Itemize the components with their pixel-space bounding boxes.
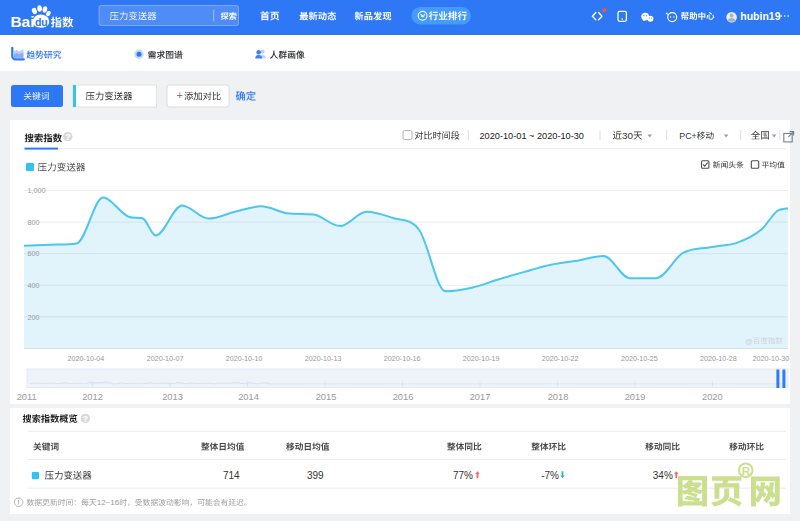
svg-text:2020-10-30: 2020-10-30 xyxy=(753,354,790,363)
svg-text:1,000: 1,000 xyxy=(28,186,46,195)
svg-text:200: 200 xyxy=(28,313,40,322)
svg-text:2018: 2018 xyxy=(548,392,569,402)
svg-text:?: ? xyxy=(83,414,88,424)
svg-text:12~16: 12~16 xyxy=(97,498,120,507)
svg-text:2020-10-22: 2020-10-22 xyxy=(542,354,579,363)
svg-text:2015: 2015 xyxy=(316,392,337,402)
svg-text:?: ? xyxy=(65,132,70,142)
svg-text:2020-10-07: 2020-10-07 xyxy=(147,354,184,363)
svg-text:2020: 2020 xyxy=(702,392,723,402)
svg-text:30: 30 xyxy=(622,130,633,141)
svg-text:2020-10-04: 2020-10-04 xyxy=(68,354,105,363)
svg-text:2013: 2013 xyxy=(162,392,183,402)
svg-text:600: 600 xyxy=(28,249,40,258)
svg-text:R: R xyxy=(742,464,751,477)
svg-text:2019: 2019 xyxy=(625,392,646,402)
svg-text:400: 400 xyxy=(28,281,40,290)
svg-text:-7%: -7% xyxy=(541,470,559,481)
svg-text:2020-10-01 ~ 2020-10-30: 2020-10-01 ~ 2020-10-30 xyxy=(480,131,584,141)
svg-text:@: @ xyxy=(745,337,753,346)
svg-text:2020-10-19: 2020-10-19 xyxy=(463,354,500,363)
svg-text:2012: 2012 xyxy=(82,392,103,402)
svg-text:34%: 34% xyxy=(653,470,673,481)
svg-text:2020-10-25: 2020-10-25 xyxy=(621,354,658,363)
svg-text:2016: 2016 xyxy=(393,392,414,402)
svg-text:2020-10-16: 2020-10-16 xyxy=(384,354,421,363)
svg-text:+: + xyxy=(177,89,183,101)
svg-text:399: 399 xyxy=(307,470,324,481)
svg-text:PC+: PC+ xyxy=(679,131,696,141)
svg-text:hubin19: hubin19 xyxy=(740,10,780,22)
svg-text:2020-10-28: 2020-10-28 xyxy=(700,354,737,363)
svg-text:77%: 77% xyxy=(453,470,473,481)
svg-text:Bai: Bai xyxy=(10,13,34,30)
svg-text:800: 800 xyxy=(28,218,40,227)
svg-text:du: du xyxy=(35,16,48,28)
svg-text:2014: 2014 xyxy=(238,392,259,402)
svg-text:2017: 2017 xyxy=(470,392,491,402)
svg-text:2011: 2011 xyxy=(17,392,37,402)
svg-text:2020-10-10: 2020-10-10 xyxy=(226,354,263,363)
svg-text:2020-10-13: 2020-10-13 xyxy=(305,354,342,363)
svg-text:714: 714 xyxy=(223,470,240,481)
